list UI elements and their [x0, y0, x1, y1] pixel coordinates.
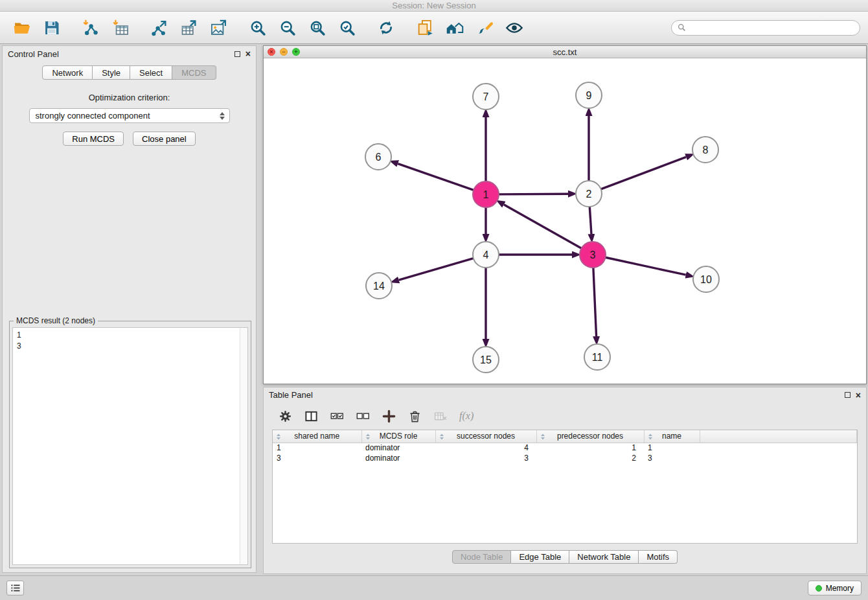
gear-icon	[279, 410, 292, 423]
table-cell[interactable]: dominator	[361, 453, 435, 463]
run-mcds-button[interactable]: Run MCDS	[63, 132, 124, 146]
table-cell[interactable]: 3	[644, 453, 700, 463]
graph-node-7[interactable]: 7	[473, 84, 499, 110]
graph-edge-2-8[interactable]	[601, 157, 686, 189]
table-cell[interactable]: 1	[644, 443, 700, 453]
minimize-window-icon[interactable]: −	[280, 48, 288, 56]
graph-edge-4-14[interactable]	[399, 259, 474, 280]
graph-node-3[interactable]: 3	[580, 242, 606, 268]
float-panel-icon[interactable]	[234, 51, 240, 57]
zoom-in-button[interactable]	[244, 14, 272, 41]
graph-node-10[interactable]: 10	[693, 266, 719, 292]
tab-select[interactable]: Select	[130, 65, 172, 80]
graph-node-15[interactable]: 15	[473, 347, 499, 373]
network-graph-canvas[interactable]: 7968124314101511	[264, 58, 866, 384]
table-cell[interactable]: 4	[435, 443, 536, 453]
graph-edge-3-11[interactable]	[593, 268, 597, 336]
open-session-button[interactable]	[8, 14, 36, 41]
zoom-fit-button[interactable]	[303, 14, 332, 41]
mcds-result-line: 3	[17, 341, 236, 352]
memory-button[interactable]: Memory	[808, 581, 862, 595]
table-cell[interactable]: 3	[273, 453, 361, 463]
tab-edge-table[interactable]: Edge Table	[511, 550, 569, 564]
tab-node-table[interactable]: Node Table	[452, 550, 512, 564]
select-all-columns-button[interactable]	[327, 406, 347, 426]
search-input[interactable]	[689, 23, 854, 32]
trash-icon	[408, 410, 422, 423]
import-table-button[interactable]	[106, 14, 135, 41]
graph-node-2[interactable]: 2	[576, 181, 602, 207]
graph-node-11[interactable]: 11	[584, 344, 610, 370]
select-arrows-icon	[220, 112, 225, 120]
home-panel-button[interactable]	[440, 14, 469, 41]
tab-style[interactable]: Style	[93, 65, 130, 80]
import-table-icon	[111, 19, 130, 37]
apply-style-button[interactable]	[470, 14, 499, 41]
table-cell[interactable]: dominator	[361, 443, 435, 453]
close-panel-icon[interactable]: ×	[246, 49, 251, 58]
optimization-criterion-value: strongly connected component	[36, 111, 150, 121]
table-panel-tabs: Node Table Edge Table Network Table Moti…	[264, 550, 866, 564]
create-column-button[interactable]	[379, 406, 398, 426]
graph-node-label: 8	[703, 144, 709, 156]
table-cell[interactable]: 1	[273, 443, 361, 453]
result-scrollbar[interactable]	[240, 328, 247, 564]
graph-edge-1-2[interactable]	[499, 194, 568, 194]
main-toolbar	[0, 12, 868, 44]
show-hide-details-button[interactable]	[500, 14, 529, 41]
table-row[interactable]: 1 dominator 4 1 1	[273, 443, 857, 453]
save-session-button[interactable]	[38, 14, 66, 41]
graph-node-14[interactable]: 14	[366, 273, 392, 299]
graph-edge-3-1[interactable]	[504, 205, 582, 248]
zoom-selected-button[interactable]	[333, 14, 361, 41]
show-task-history-button[interactable]	[6, 581, 24, 595]
duplicate-network-button[interactable]	[411, 14, 439, 41]
column-header-mcds-role[interactable]: MCDS role	[361, 430, 435, 443]
control-panel-header: Control Panel ×	[3, 46, 256, 62]
new-network-button[interactable]	[145, 14, 174, 41]
window-title: Session: New Session	[392, 1, 475, 10]
maximize-window-icon[interactable]: +	[292, 48, 300, 56]
control-panel-tabs: Network Style Select MCDS	[3, 65, 256, 80]
graph-node-4[interactable]: 4	[473, 242, 499, 268]
optimization-criterion-select[interactable]: strongly connected component	[29, 108, 230, 123]
graph-node-label: 11	[592, 352, 603, 363]
table-cell[interactable]: 3	[435, 453, 536, 463]
close-window-icon[interactable]: ×	[268, 48, 275, 56]
table-row[interactable]: 3 dominator 3 2 3	[273, 453, 857, 463]
export-image-button[interactable]	[205, 14, 233, 41]
graph-node-label: 15	[480, 354, 492, 365]
graph-edge-2-3[interactable]	[589, 207, 591, 234]
new-table-button[interactable]	[175, 14, 203, 41]
column-header-predecessor-nodes[interactable]: predecessor nodes	[536, 430, 644, 443]
import-network-button[interactable]	[76, 14, 105, 41]
graph-edge-1-6[interactable]	[398, 164, 474, 190]
apply-layout-button[interactable]	[372, 14, 400, 41]
graph-node-1[interactable]: 1	[473, 181, 499, 207]
column-header-shared-name[interactable]: shared name	[273, 430, 361, 443]
zoom-out-button[interactable]	[273, 14, 302, 41]
graph-edge-3-10[interactable]	[606, 257, 686, 275]
close-panel-button[interactable]: Close panel	[133, 132, 196, 146]
column-header-successor-nodes[interactable]: successor nodes	[435, 430, 536, 443]
unselect-all-columns-button[interactable]	[353, 406, 372, 426]
delete-rows-button[interactable]	[405, 406, 424, 426]
table-settings-button[interactable]	[275, 406, 295, 426]
graph-node-6[interactable]: 6	[365, 144, 391, 170]
table-cell[interactable]: 1	[536, 443, 644, 453]
graph-node-label: 4	[483, 249, 489, 260]
home-houses-icon	[446, 19, 464, 37]
tab-network-table[interactable]: Network Table	[569, 550, 639, 564]
show-columns-button[interactable]	[301, 406, 321, 426]
tab-mcds[interactable]: MCDS	[172, 65, 216, 80]
column-header-name[interactable]: name	[644, 430, 700, 443]
tab-motifs[interactable]: Motifs	[639, 550, 678, 564]
network-window-title: scc.txt	[264, 47, 866, 57]
table-cell[interactable]: 2	[536, 453, 644, 463]
export-image-icon	[210, 19, 228, 37]
graph-node-9[interactable]: 9	[576, 82, 602, 108]
graph-node-8[interactable]: 8	[692, 137, 718, 163]
tab-network[interactable]: Network	[42, 65, 93, 80]
float-table-panel-icon[interactable]	[845, 392, 851, 398]
close-table-panel-icon[interactable]: ×	[856, 391, 861, 400]
